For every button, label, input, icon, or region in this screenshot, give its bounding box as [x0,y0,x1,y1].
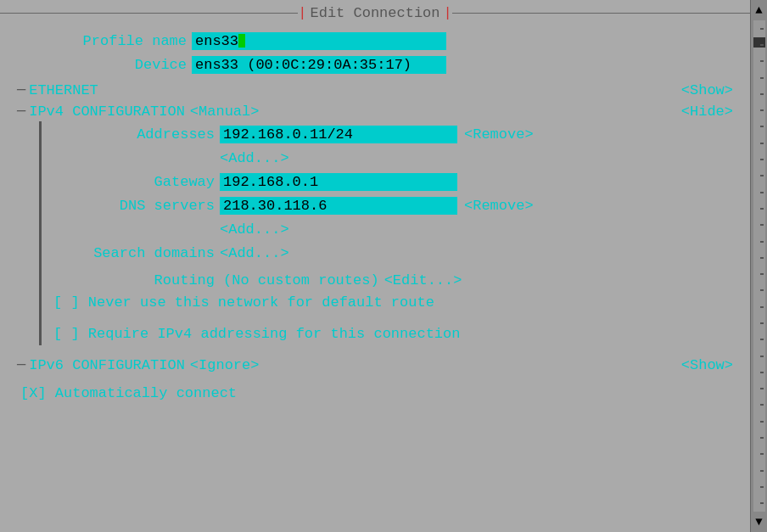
dns-remove-btn[interactable]: <Remove> [464,198,534,214]
spacer1 [45,314,733,322]
gateway-input[interactable]: 192.168.0.1 [220,173,457,191]
addresses-label: Addresses [45,126,215,143]
require-ipv4-checkbox[interactable]: [ ] Require IPv4 addressing for this con… [53,326,460,342]
search-domains-add-btn[interactable]: <Add...> [220,245,289,261]
title-pipe-right: | [444,5,452,21]
addresses-add-row: <Add...> [45,147,733,169]
ipv4-content-block: Addresses 192.168.0.11/24 <Remove> <Add.… [17,121,733,345]
scroll-track[interactable] [753,20,765,512]
search-domains-row: Search domains <Add...> [45,242,733,264]
scroll-ticks [760,20,765,512]
ipv4-dash: ─ [17,104,25,120]
routing-row: Routing (No custom routes) <Edit...> [45,269,733,291]
ipv6-section-header: ─ IPv6 CONFIGURATION <Ignore> <Show> [17,357,733,373]
dns-label: DNS servers [45,198,215,214]
profile-name-value: ens33 [195,33,238,49]
ipv4-fields: Addresses 192.168.0.11/24 <Remove> <Add.… [42,121,733,345]
cursor [238,34,245,48]
auto-connect-checkbox[interactable]: [X] Automatically connect [20,385,237,401]
addresses-input[interactable]: 192.168.0.11/24 [220,126,457,143]
device-input[interactable]: ens33 (00:0C:29:0A:35:17) [192,56,446,74]
window-title: Edit Connection [306,5,443,21]
auto-connect-row: [X] Automatically connect [17,385,733,401]
addresses-add-btn[interactable]: <Add...> [220,150,289,166]
profile-name-label: Profile name [17,33,187,49]
ipv6-dash: ─ [17,357,25,373]
title-pipe-left: | [298,5,306,21]
profile-name-row: Profile name ens33 [17,30,733,52]
spacer3 [17,375,733,382]
scroll-down-arrow[interactable]: ▼ [755,512,762,532]
dns-add-row: <Add...> [45,218,733,240]
scroll-up-arrow[interactable]: ▲ [755,0,762,20]
scrollbar: ▲ ▼ [750,0,767,532]
ipv4-hide-btn[interactable]: <Hide> [681,104,733,120]
addresses-row: Addresses 192.168.0.11/24 <Remove> [45,123,733,145]
routing-edit-btn[interactable]: <Edit...> [384,272,462,288]
require-ipv4-row: [ ] Require IPv4 addressing for this con… [45,326,733,342]
never-route-row: [ ] Never use this network for default r… [45,294,733,311]
ipv6-label: IPv6 CONFIGURATION [29,357,185,373]
ipv4-mode[interactable]: <Manual> [190,104,260,120]
addresses-remove-btn[interactable]: <Remove> [464,126,534,143]
ipv6-show-btn[interactable]: <Show> [681,357,733,373]
never-route-checkbox[interactable]: [ ] Never use this network for default r… [53,294,434,311]
gateway-row: Gateway 192.168.0.1 [45,171,733,193]
title-bar: | Edit Connection | [0,0,750,25]
dns-add-btn[interactable]: <Add...> [220,221,289,238]
spacer2 [17,345,733,354]
main-container: | Edit Connection | Profile name ens33 D… [0,0,767,532]
ethernet-label: ETHERNET [29,82,98,98]
routing-label: Routing [45,272,215,288]
ipv4-label: IPv4 CONFIGURATION [29,104,185,120]
dns-input[interactable]: 218.30.118.6 [220,197,457,215]
ipv6-mode[interactable]: <Ignore> [190,357,260,373]
profile-name-input[interactable]: ens33 [192,32,446,50]
ethernet-show-btn[interactable]: <Show> [681,82,733,98]
dns-row: DNS servers 218.30.118.6 <Remove> [45,194,733,216]
search-domains-label: Search domains [45,245,215,261]
ethernet-section-header: ─ ETHERNET <Show> [17,82,733,98]
ethernet-dash: ─ [17,82,25,98]
form-area: Profile name ens33 Device ens33 (00:0C:2… [0,25,750,405]
content-area: | Edit Connection | Profile name ens33 D… [0,0,750,532]
device-row: Device ens33 (00:0C:29:0A:35:17) [17,53,733,76]
device-label: Device [17,57,187,73]
ipv4-section-header: ─ IPv4 CONFIGURATION <Manual> <Hide> [17,104,733,120]
gateway-label: Gateway [45,174,215,190]
routing-value: (No custom routes) [223,272,379,288]
